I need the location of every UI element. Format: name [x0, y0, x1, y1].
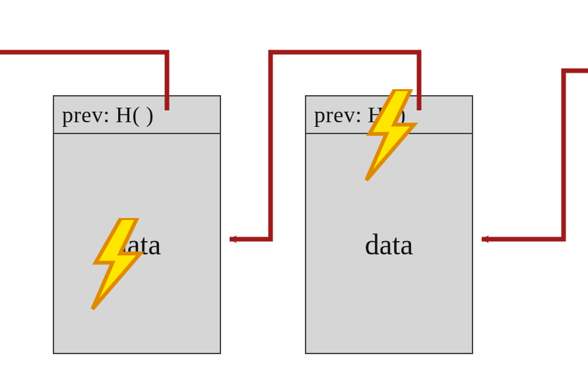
prev-hash-label: prev: H( ): [62, 102, 154, 128]
block-header: prev: H( ): [54, 96, 220, 134]
block-data-label: data: [113, 228, 161, 262]
block-data-label: data: [365, 228, 413, 262]
block-header: prev: H( ): [306, 96, 472, 134]
hash-block-2: prev: H( ) data: [305, 95, 473, 354]
block-body: data: [306, 134, 472, 355]
hash-block-1: prev: H( ) data: [53, 95, 221, 354]
block-body: data: [54, 134, 220, 355]
prev-hash-label: prev: H( ): [314, 102, 406, 128]
wire-right-to-block2: [482, 71, 588, 239]
